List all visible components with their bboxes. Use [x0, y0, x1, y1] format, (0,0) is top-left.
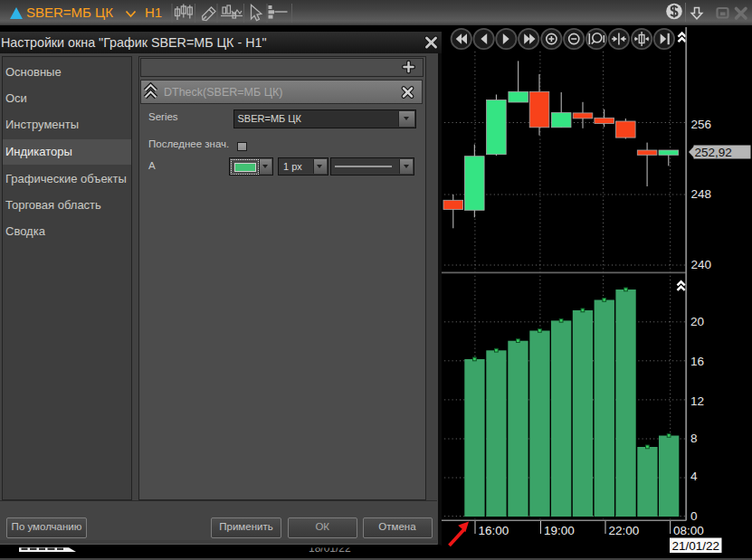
svg-text:22:00: 22:00	[609, 524, 640, 537]
svg-text:20: 20	[690, 315, 704, 328]
svg-text:21/01/22: 21/01/22	[672, 539, 720, 553]
svg-text:0: 0	[690, 509, 698, 523]
svg-text:248: 248	[691, 187, 712, 201]
svg-text:8: 8	[690, 432, 698, 445]
svg-text:256: 256	[691, 118, 712, 131]
svg-text:240: 240	[691, 258, 712, 271]
svg-text:252,92: 252,92	[695, 146, 732, 159]
svg-text:16:00: 16:00	[479, 524, 509, 537]
svg-text:19:00: 19:00	[544, 524, 575, 537]
svg-text:08:00: 08:00	[673, 524, 704, 537]
svg-text:4: 4	[690, 470, 698, 483]
svg-text:12: 12	[690, 394, 704, 408]
svg-text:16: 16	[690, 355, 704, 368]
